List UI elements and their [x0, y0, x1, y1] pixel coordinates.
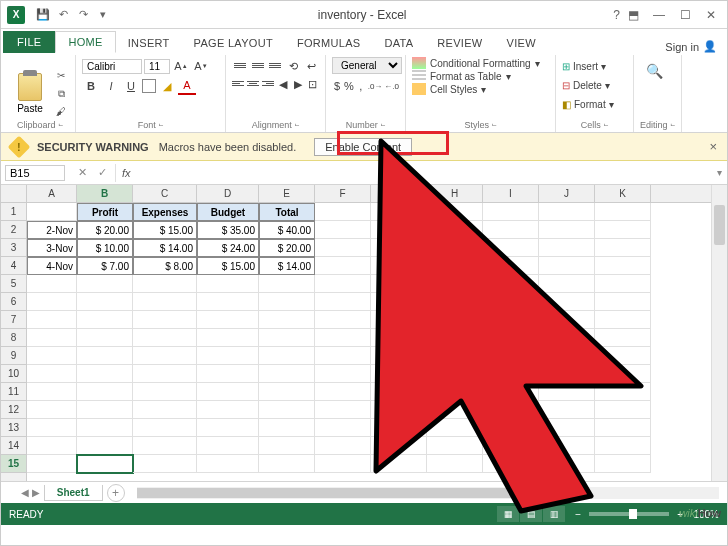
- save-icon[interactable]: 💾: [35, 7, 51, 23]
- horizontal-scroll-thumb[interactable]: [137, 488, 545, 498]
- sign-in-link[interactable]: Sign in 👤: [665, 40, 717, 53]
- cell[interactable]: [539, 419, 595, 437]
- cell[interactable]: [371, 383, 427, 401]
- cell[interactable]: [133, 455, 197, 473]
- fx-label[interactable]: fx: [116, 167, 137, 179]
- conditional-formatting-button[interactable]: Conditional Formatting ▾: [412, 57, 549, 69]
- cell[interactable]: [539, 221, 595, 239]
- cell[interactable]: $ 35.00: [197, 221, 259, 239]
- format-cells-button[interactable]: ◧Format ▾: [562, 95, 627, 113]
- fill-color-button[interactable]: ◢: [158, 77, 176, 95]
- cell[interactable]: [133, 419, 197, 437]
- cell[interactable]: [133, 401, 197, 419]
- enable-content-button[interactable]: Enable Content: [314, 138, 412, 156]
- cell[interactable]: [595, 239, 651, 257]
- cell[interactable]: [315, 239, 371, 257]
- cell[interactable]: [315, 401, 371, 419]
- cell[interactable]: [371, 455, 427, 473]
- cell[interactable]: $ 8.00: [133, 257, 197, 275]
- row-header[interactable]: 6: [1, 293, 26, 311]
- cancel-formula-icon[interactable]: ✕: [73, 164, 91, 182]
- cell[interactable]: $ 14.00: [259, 257, 315, 275]
- select-all-corner[interactable]: [1, 185, 27, 203]
- tab-review[interactable]: REVIEW: [425, 33, 494, 53]
- cell[interactable]: [315, 203, 371, 221]
- cell[interactable]: [197, 437, 259, 455]
- help-icon[interactable]: ?: [613, 8, 620, 22]
- cell[interactable]: [27, 203, 77, 221]
- enter-formula-icon[interactable]: ✓: [93, 164, 111, 182]
- cell[interactable]: [539, 257, 595, 275]
- cell[interactable]: [27, 347, 77, 365]
- cell[interactable]: $ 40.00: [259, 221, 315, 239]
- cell[interactable]: [133, 275, 197, 293]
- cell[interactable]: [315, 257, 371, 275]
- row-header[interactable]: 4: [1, 257, 26, 275]
- cell[interactable]: [595, 293, 651, 311]
- cell[interactable]: [427, 455, 483, 473]
- row-header[interactable]: 8: [1, 329, 26, 347]
- undo-icon[interactable]: ↶: [55, 7, 71, 23]
- cell[interactable]: [77, 329, 133, 347]
- cell[interactable]: [315, 455, 371, 473]
- cell[interactable]: [371, 221, 427, 239]
- cell[interactable]: [427, 329, 483, 347]
- cell[interactable]: [595, 311, 651, 329]
- cell[interactable]: [197, 347, 259, 365]
- decrease-indent-icon[interactable]: ◀: [276, 75, 289, 93]
- expand-formula-bar-icon[interactable]: ▾: [711, 167, 727, 178]
- row-header[interactable]: 1: [1, 203, 26, 221]
- orientation-icon[interactable]: ⟲: [285, 57, 301, 75]
- redo-icon[interactable]: ↷: [75, 7, 91, 23]
- find-select-icon[interactable]: 🔍: [640, 57, 668, 85]
- cell[interactable]: [539, 293, 595, 311]
- cell[interactable]: [427, 419, 483, 437]
- cell[interactable]: [197, 383, 259, 401]
- cell[interactable]: [427, 347, 483, 365]
- format-painter-icon[interactable]: 🖌: [53, 104, 69, 120]
- horizontal-scrollbar[interactable]: [137, 487, 719, 499]
- cell[interactable]: $ 15.00: [133, 221, 197, 239]
- cell[interactable]: [595, 221, 651, 239]
- cell[interactable]: [595, 203, 651, 221]
- cell[interactable]: [315, 347, 371, 365]
- row-header[interactable]: 13: [1, 419, 26, 437]
- column-header[interactable]: I: [483, 185, 539, 202]
- cell[interactable]: [27, 419, 77, 437]
- cell[interactable]: [315, 383, 371, 401]
- new-sheet-button[interactable]: +: [107, 484, 125, 502]
- row-header[interactable]: 2: [1, 221, 26, 239]
- format-as-table-button[interactable]: Format as Table ▾: [412, 70, 549, 82]
- cell[interactable]: [595, 437, 651, 455]
- cell[interactable]: [595, 329, 651, 347]
- cell[interactable]: [371, 365, 427, 383]
- maximize-button[interactable]: ☐: [673, 5, 697, 25]
- cell[interactable]: [595, 347, 651, 365]
- security-close-icon[interactable]: ×: [709, 139, 717, 154]
- cell[interactable]: [595, 383, 651, 401]
- cell[interactable]: [483, 203, 539, 221]
- cell[interactable]: [483, 455, 539, 473]
- tab-insert[interactable]: INSERT: [116, 33, 182, 53]
- bold-button[interactable]: B: [82, 77, 100, 95]
- cell[interactable]: [133, 383, 197, 401]
- decrease-decimal-icon[interactable]: ←.0: [384, 77, 399, 95]
- column-header[interactable]: J: [539, 185, 595, 202]
- cell[interactable]: [315, 221, 371, 239]
- cell[interactable]: [259, 437, 315, 455]
- formula-input[interactable]: [137, 165, 711, 181]
- cell[interactable]: [371, 257, 427, 275]
- cell[interactable]: [133, 293, 197, 311]
- cell[interactable]: [483, 257, 539, 275]
- cell[interactable]: [427, 293, 483, 311]
- increase-indent-icon[interactable]: ▶: [291, 75, 304, 93]
- cell[interactable]: [259, 455, 315, 473]
- font-size-select[interactable]: 11: [144, 59, 170, 74]
- cell[interactable]: [483, 293, 539, 311]
- cell[interactable]: [315, 275, 371, 293]
- cut-icon[interactable]: ✂: [53, 68, 69, 84]
- vertical-scroll-thumb[interactable]: [714, 205, 725, 245]
- cell[interactable]: [197, 455, 259, 473]
- cell[interactable]: [427, 365, 483, 383]
- cell[interactable]: [539, 401, 595, 419]
